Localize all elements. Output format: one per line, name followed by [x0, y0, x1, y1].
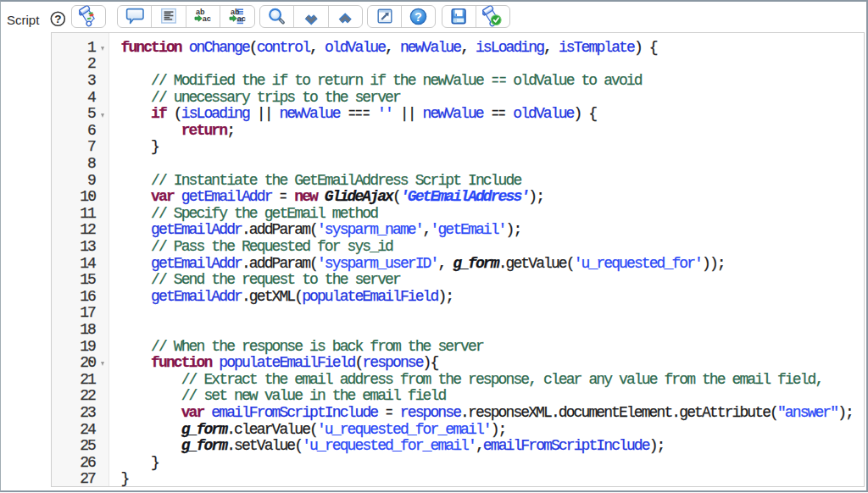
svg-text:?: ? [54, 13, 61, 25]
svg-text:?: ? [415, 9, 422, 23]
svg-text:ac: ac [237, 15, 246, 24]
svg-text:ac: ac [203, 15, 211, 24]
